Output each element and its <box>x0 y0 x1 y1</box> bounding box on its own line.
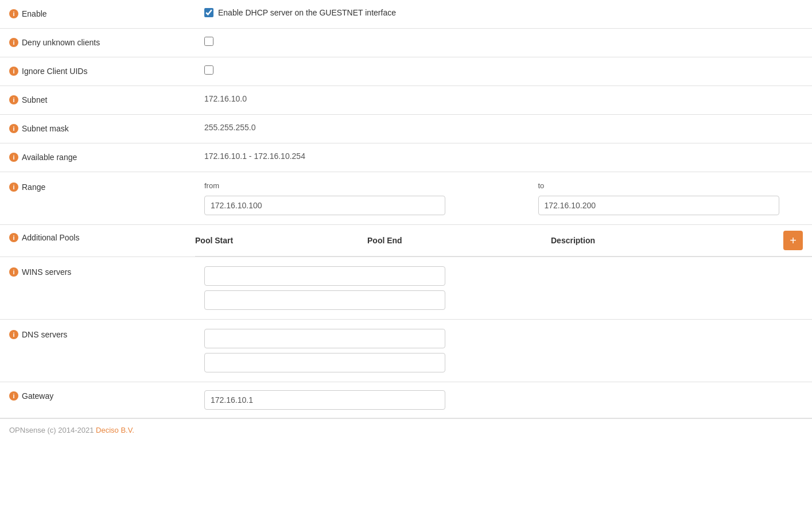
subnet-mask-label: i Subnet mask <box>9 123 204 133</box>
gateway-label: i Gateway <box>9 390 204 401</box>
dns-servers-value <box>204 329 803 372</box>
gateway-value <box>204 390 803 410</box>
available-range-label: i Available range <box>9 152 204 162</box>
available-range-row: i Available range 172.16.10.1 - 172.16.1… <box>0 143 812 172</box>
subnet-mask-static: 255.255.255.0 <box>204 123 256 132</box>
additional-pools-label: i Additional Pools <box>0 225 195 250</box>
pool-col-desc-header: Description <box>551 236 783 245</box>
footer: OPNsense (c) 2014-2021 Deciso B.V. <box>0 418 812 441</box>
ignore-uids-info-icon[interactable]: i <box>9 67 18 76</box>
additional-pools-row: i Additional Pools Pool Start Pool End D… <box>0 225 812 257</box>
dns-servers-info-icon[interactable]: i <box>9 330 18 339</box>
enable-checkbox[interactable] <box>204 8 213 17</box>
enable-label-text: Enable <box>22 9 47 18</box>
wins-servers-info-icon[interactable]: i <box>9 267 18 277</box>
dns-servers-label: i DNS servers <box>9 329 204 339</box>
subnet-static: 172.16.10.0 <box>204 94 247 103</box>
dns-servers-label-text: DNS servers <box>22 330 67 339</box>
available-range-static: 172.16.10.1 - 172.16.10.254 <box>204 152 305 161</box>
subnet-value: 172.16.10.0 <box>204 94 803 103</box>
enable-value: Enable DHCP server on the GUESTNET inter… <box>204 8 803 17</box>
ignore-uids-label: i Ignore Client UIDs <box>9 65 204 76</box>
range-row: i Range from to <box>0 172 812 225</box>
wins-server-input-1[interactable] <box>204 266 445 286</box>
enable-label: i Enable <box>9 8 204 18</box>
ignore-uids-checkbox[interactable] <box>204 65 213 75</box>
enable-row: i Enable Enable DHCP server on the GUEST… <box>0 0 812 29</box>
wins-server-input-2[interactable] <box>204 290 445 310</box>
gateway-input[interactable] <box>204 390 445 410</box>
pool-col-start-header: Pool Start <box>195 236 367 245</box>
add-pool-button[interactable]: + <box>783 231 803 250</box>
wins-servers-row: i WINS servers <box>0 257 812 320</box>
subnet-mask-row: i Subnet mask 255.255.255.0 <box>0 115 812 143</box>
pools-content: Pool Start Pool End Description + <box>195 225 812 257</box>
subnet-label: i Subnet <box>9 94 204 104</box>
dns-server-input-2[interactable] <box>204 353 445 372</box>
range-from-input[interactable] <box>204 196 445 215</box>
subnet-info-icon[interactable]: i <box>9 95 18 104</box>
deny-unknown-checkbox[interactable] <box>204 37 213 46</box>
ignore-uids-row: i Ignore Client UIDs <box>0 57 812 86</box>
footer-link[interactable]: Deciso B.V. <box>96 426 134 434</box>
enable-info-icon[interactable]: i <box>9 9 18 18</box>
gateway-info-icon[interactable]: i <box>9 391 18 401</box>
range-fields: from to <box>204 181 803 215</box>
dns-servers-row: i DNS servers <box>0 320 812 382</box>
dns-server-input-1[interactable] <box>204 329 445 348</box>
ignore-uids-value <box>204 65 803 75</box>
subnet-mask-info-icon[interactable]: i <box>9 124 18 133</box>
enable-checkbox-label: Enable DHCP server on the GUESTNET inter… <box>218 8 396 17</box>
subnet-mask-value: 255.255.255.0 <box>204 123 803 132</box>
wins-servers-label: i WINS servers <box>9 266 204 277</box>
gateway-label-text: Gateway <box>22 391 53 401</box>
deny-unknown-label-text: Deny unknown clients <box>22 38 100 47</box>
subnet-mask-label-text: Subnet mask <box>22 124 69 133</box>
range-from-group: from <box>204 181 469 215</box>
available-range-info-icon[interactable]: i <box>9 153 18 162</box>
pool-col-end-header: Pool End <box>367 236 551 245</box>
additional-pools-label-text: Additional Pools <box>22 233 79 242</box>
range-label-text: Range <box>22 182 45 192</box>
additional-pools-info-icon[interactable]: i <box>9 233 18 242</box>
gateway-row: i Gateway <box>0 382 812 418</box>
subnet-row: i Subnet 172.16.10.0 <box>0 86 812 115</box>
wins-servers-label-text: WINS servers <box>22 267 71 277</box>
subnet-label-text: Subnet <box>22 95 47 104</box>
range-label: i Range <box>9 181 204 192</box>
pools-header: Pool Start Pool End Description + <box>195 225 812 257</box>
deny-unknown-row: i Deny unknown clients <box>0 29 812 57</box>
deny-unknown-label: i Deny unknown clients <box>9 37 204 47</box>
ignore-uids-label-text: Ignore Client UIDs <box>22 67 87 76</box>
wins-servers-value <box>204 266 803 310</box>
range-to-input[interactable] <box>538 196 779 215</box>
range-value: from to <box>204 181 803 215</box>
range-to-group: to <box>538 181 803 215</box>
available-range-label-text: Available range <box>22 153 77 162</box>
footer-text: OPNsense (c) 2014-2021 <box>9 426 94 434</box>
deny-unknown-info-icon[interactable]: i <box>9 38 18 47</box>
range-to-label: to <box>538 181 803 190</box>
range-info-icon[interactable]: i <box>9 182 18 192</box>
range-from-label: from <box>204 181 469 190</box>
form-container: i Enable Enable DHCP server on the GUEST… <box>0 0 812 441</box>
available-range-value: 172.16.10.1 - 172.16.10.254 <box>204 152 803 161</box>
deny-unknown-value <box>204 37 803 46</box>
